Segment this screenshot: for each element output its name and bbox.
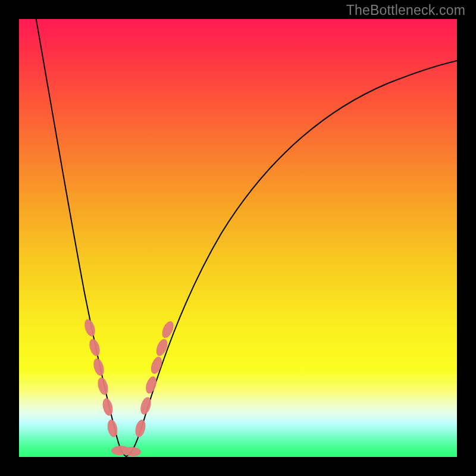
bottleneck-curve-svg — [19, 19, 457, 457]
svg-point-2 — [92, 357, 106, 377]
curve-left-branch — [35, 19, 126, 456]
svg-point-10 — [144, 375, 158, 394]
curve-markers — [83, 318, 176, 457]
curve-right-branch — [126, 61, 457, 456]
chart-stage: TheBottleneck.com — [0, 0, 476, 476]
svg-point-0 — [83, 318, 97, 337]
svg-point-13 — [160, 320, 176, 340]
svg-point-12 — [154, 337, 170, 358]
watermark-text: TheBottleneck.com — [346, 2, 465, 18]
svg-point-8 — [134, 419, 148, 439]
plot-area — [19, 19, 457, 457]
svg-point-1 — [87, 337, 102, 357]
svg-point-3 — [96, 376, 109, 396]
svg-point-4 — [101, 397, 114, 417]
